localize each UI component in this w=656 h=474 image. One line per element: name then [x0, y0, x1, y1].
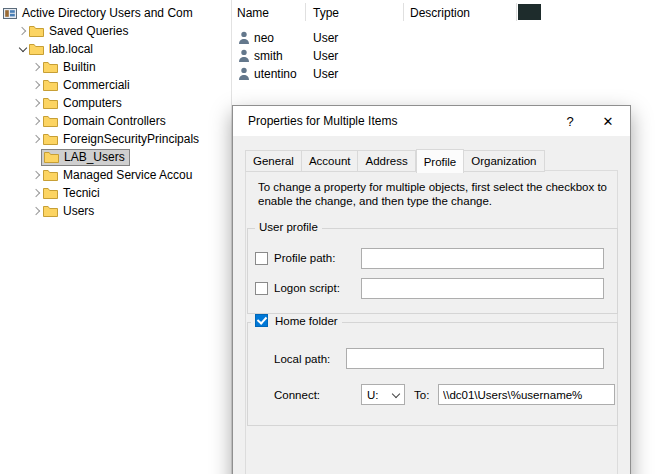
- chevron-right-icon[interactable]: [30, 169, 43, 182]
- tree-item-label: LAB_Users: [64, 150, 125, 164]
- help-button[interactable]: ?: [554, 106, 586, 136]
- tree-item-tecnici[interactable]: Tecnici: [0, 184, 231, 202]
- tree-item-label: Managed Service Accou: [63, 168, 192, 182]
- column-separator[interactable]: [403, 3, 404, 21]
- user-icon: [238, 67, 250, 84]
- folder-icon: [43, 61, 58, 73]
- user-profile-group-label: User profile: [255, 221, 322, 233]
- tree-item-lab-local[interactable]: lab.local: [0, 40, 231, 58]
- console-tree: Active Directory Users and Com Saved Que…: [0, 0, 232, 474]
- logon-script-checkbox[interactable]: [255, 282, 268, 295]
- tab-profile[interactable]: Profile: [416, 149, 465, 173]
- tab-address[interactable]: Address: [358, 150, 415, 172]
- row-type: User: [313, 67, 338, 81]
- chevron-right-icon[interactable]: [16, 25, 29, 38]
- tree-item-label: Active Directory Users and Com: [22, 6, 193, 20]
- properties-dialog: Properties for Multiple Items ? ✕ Genera…: [232, 105, 631, 474]
- user-icon: [238, 31, 250, 48]
- folder-icon: [43, 187, 58, 199]
- profile-path-checkbox[interactable]: [255, 252, 268, 265]
- row-name: utentino: [254, 67, 297, 81]
- local-path-input[interactable]: [346, 348, 604, 369]
- chevron-right-icon[interactable]: [30, 61, 43, 74]
- row-name: neo: [254, 31, 274, 45]
- logon-script-input[interactable]: [361, 278, 604, 299]
- tab-general[interactable]: General: [245, 150, 302, 172]
- tree-item-label: Computers: [63, 96, 122, 110]
- tree-item-builtin[interactable]: Builtin: [0, 58, 231, 76]
- connect-label: Connect:: [274, 389, 320, 401]
- folder-icon: [43, 205, 58, 217]
- aduc-window: Active Directory Users and Com Saved Que…: [0, 0, 656, 474]
- row-type: User: [313, 31, 338, 45]
- to-label: To:: [414, 389, 429, 401]
- chevron-right-icon[interactable]: [30, 133, 43, 146]
- dropdown-chevron-icon: [392, 389, 400, 397]
- home-folder-group: [247, 322, 618, 426]
- tree-item-managed-service-accounts[interactable]: Managed Service Accou: [0, 166, 231, 184]
- column-separator[interactable]: [516, 3, 517, 21]
- chevron-right-icon[interactable]: [30, 79, 43, 92]
- home-folder-group-label: Home folder: [251, 314, 342, 327]
- folder-icon: [43, 169, 58, 181]
- chevron-right-icon[interactable]: [30, 187, 43, 200]
- folder-icon: [43, 133, 58, 145]
- home-folder-checkbox[interactable]: [255, 314, 268, 327]
- home-folder-path-input[interactable]: [438, 384, 615, 405]
- dialog-titlebar: Properties for Multiple Items ? ✕: [233, 106, 630, 136]
- background-window-fragment: [518, 4, 541, 20]
- tree-item-label: Builtin: [63, 60, 96, 74]
- folder-icon: [43, 115, 58, 127]
- dialog-title: Properties for Multiple Items: [248, 114, 397, 128]
- folder-icon: [43, 97, 58, 109]
- tree-item-label: Tecnici: [63, 186, 100, 200]
- home-folder-label: Home folder: [275, 315, 338, 327]
- list-item-utentino[interactable]: utentino User: [233, 65, 656, 83]
- folder-icon: [44, 151, 59, 163]
- column-header-type[interactable]: Type: [313, 6, 339, 20]
- tree-item-foreign-security-principals[interactable]: ForeignSecurityPrincipals: [0, 130, 231, 148]
- column-header-name[interactable]: Name: [237, 6, 269, 20]
- row-name: smith: [254, 49, 283, 63]
- tree-item-label: Users: [63, 204, 94, 218]
- folder-icon: [43, 79, 58, 91]
- user-profile-group: [247, 228, 618, 314]
- user-icon: [238, 49, 250, 66]
- tab-account[interactable]: Account: [302, 150, 359, 172]
- tree-item-domain-controllers[interactable]: Domain Controllers: [0, 112, 231, 130]
- local-path-label: Local path:: [274, 353, 330, 365]
- selected-tree-item[interactable]: LAB_Users: [41, 149, 130, 166]
- chevron-right-icon[interactable]: [30, 205, 43, 218]
- tab-organization[interactable]: Organization: [464, 150, 544, 172]
- directory-root-icon: [3, 7, 17, 20]
- tree-item-label: Saved Queries: [49, 24, 128, 38]
- close-button[interactable]: ✕: [592, 106, 624, 136]
- tree-item-label: ForeignSecurityPrincipals: [63, 132, 199, 146]
- chevron-right-icon[interactable]: [30, 97, 43, 110]
- tree-item-computers[interactable]: Computers: [0, 94, 231, 112]
- tree-item-label: Commerciali: [63, 78, 130, 92]
- tree-item-label: lab.local: [49, 42, 93, 56]
- list-item-neo[interactable]: neo User: [233, 29, 656, 47]
- tree-item-label: Domain Controllers: [63, 114, 166, 128]
- tree-item-commerciali[interactable]: Commerciali: [0, 76, 231, 94]
- drive-letter-dropdown[interactable]: U:: [361, 384, 405, 405]
- column-separator[interactable]: [305, 3, 306, 21]
- tree-item-root[interactable]: Active Directory Users and Com: [0, 4, 231, 22]
- list-item-smith[interactable]: smith User: [233, 47, 656, 65]
- tab-strip: General Account Address Profile Organiza…: [245, 149, 545, 172]
- tree-item-lab-users[interactable]: LAB_Users: [0, 148, 231, 166]
- chevron-down-icon[interactable]: [16, 43, 29, 56]
- chevron-right-icon[interactable]: [30, 115, 43, 128]
- row-type: User: [313, 49, 338, 63]
- profile-path-input[interactable]: [361, 248, 604, 269]
- tree-item-users[interactable]: Users: [0, 202, 231, 220]
- tree-item-saved-queries[interactable]: Saved Queries: [0, 22, 231, 40]
- domain-icon: [29, 43, 44, 55]
- column-header-description[interactable]: Description: [410, 6, 470, 20]
- folder-icon: [29, 25, 44, 37]
- drive-letter-value: U:: [367, 389, 379, 401]
- profile-path-label: Profile path:: [274, 252, 335, 264]
- instruction-text: To change a property for multiple object…: [258, 180, 624, 208]
- logon-script-label: Logon script:: [274, 282, 340, 294]
